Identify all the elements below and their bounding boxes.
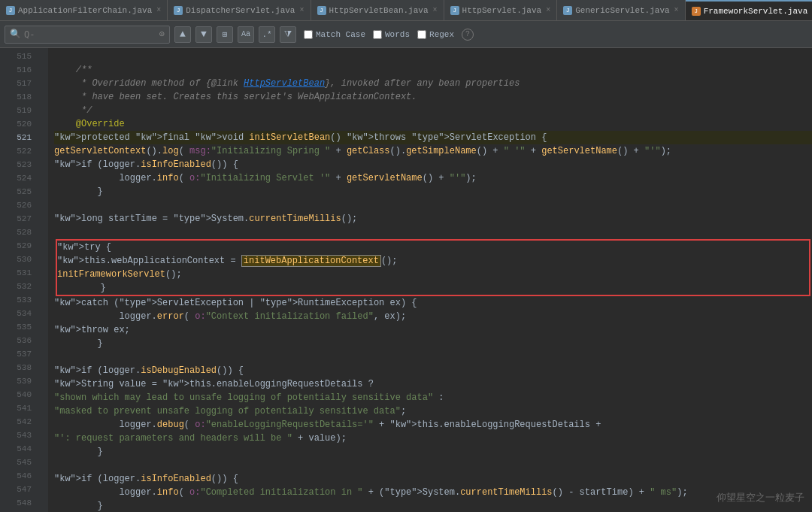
code-line — [54, 50, 812, 63]
java-file-icon: J — [6, 6, 15, 15]
code-line: "kw">String value = "kw">this.enableLogg… — [54, 377, 812, 391]
tab-bar: J ApplicationFilterChain.java × J Dispat… — [0, 0, 812, 21]
words-label: Words — [385, 30, 410, 39]
tab-label: FrameworkServlet.java — [704, 7, 808, 16]
tab-frameworkservlet[interactable]: J FrameworkServlet.java × — [686, 0, 812, 21]
tab-close-icon[interactable]: × — [674, 6, 679, 14]
code-line: } — [54, 445, 812, 459]
tab-httpservlet[interactable]: J HttpServlet.java × — [444, 0, 558, 21]
code-line: * have been set. Creates this servlet's … — [54, 90, 812, 104]
code-line: } — [54, 499, 812, 512]
highlighted-block: "kw">try { "kw">this.webApplicationConte… — [56, 239, 810, 296]
code-line: /** — [54, 63, 812, 77]
search-options: Match Case Words Regex ? — [304, 29, 474, 41]
match-case-option[interactable]: Match Case — [304, 30, 365, 39]
code-line: } — [57, 281, 809, 295]
prev-occurrence-button[interactable]: ▲ — [174, 26, 191, 43]
search-bar: 🔍 ⊙ ▲ ▼ ⊞ Aa .* ⧩ Match Case Words Regex… — [0, 21, 812, 48]
code-line: @Override — [54, 117, 812, 131]
gutter — [38, 48, 48, 512]
case-sensitive-button[interactable]: Aa — [238, 26, 254, 43]
match-case-checkbox[interactable] — [304, 30, 313, 39]
code-line: } — [54, 185, 812, 198]
clear-search-icon[interactable]: ⊙ — [159, 29, 165, 40]
code-line: "kw">if (logger.isInfoEnabled()) { — [54, 158, 812, 171]
tab-label: DispatcherServlet.java — [186, 6, 295, 15]
regex-option[interactable]: Regex — [417, 30, 454, 39]
regex-toggle-button[interactable]: .* — [259, 26, 275, 43]
code-line: getServletContext().log( msg: "Initializ… — [54, 144, 812, 158]
code-line: logger.info( o: "Initializing Servlet '"… — [54, 171, 812, 185]
code-line: "kw">this.webApplicationContext = initWe… — [57, 254, 809, 268]
code-line: "masked to prevent unsafe logging of pot… — [54, 404, 812, 418]
tab-genericservlet[interactable]: J GenericServlet.java × — [557, 0, 685, 21]
tab-label: HttpServletBean.java — [329, 6, 429, 15]
code-line: "kw">catch ("type">ServletException | "t… — [54, 296, 812, 310]
java-file-icon: J — [450, 6, 459, 15]
tab-label: ApplicationFilterChain.java — [18, 6, 152, 15]
search-input[interactable] — [24, 29, 156, 40]
code-line: "': request parameters and headers will … — [54, 432, 812, 445]
help-button[interactable]: ? — [462, 29, 474, 41]
search-icon: 🔍 — [10, 29, 21, 40]
code-line: initFrameworkServlet(); — [57, 268, 809, 281]
code-line: "kw">if (logger.isDebugEnabled()) { — [54, 364, 812, 377]
code-line: "kw">protected "kw">final "kw">void init… — [54, 131, 812, 144]
next-occurrence-button[interactable]: ▼ — [195, 26, 212, 43]
code-line: */ — [54, 104, 812, 117]
code-line: "kw">if (logger.isInfoEnabled()) { — [54, 472, 812, 486]
regex-label: Regex — [429, 30, 454, 39]
regex-checkbox[interactable] — [417, 30, 426, 39]
code-content[interactable]: /** * Overridden method of {@link HttpSe… — [48, 48, 812, 512]
code-line: logger.error( o: "Context initialization… — [54, 310, 812, 323]
code-area: 5155165175185195205215225235245255265275… — [0, 48, 812, 512]
tab-close-icon[interactable]: × — [546, 6, 550, 14]
code-line: "kw">long startTime = "type">System.curr… — [54, 212, 812, 226]
match-case-label: Match Case — [316, 30, 365, 39]
tab-httpservletbean[interactable]: J HttpServletBean.java × — [311, 0, 444, 21]
tab-applicationfilterchain[interactable]: J ApplicationFilterChain.java × — [0, 0, 168, 21]
code-line — [54, 226, 812, 239]
tab-close-icon[interactable]: × — [156, 6, 161, 14]
java-file-icon: J — [174, 6, 183, 15]
words-option[interactable]: Words — [373, 30, 410, 39]
line-numbers: 5155165175185195205215225235245255265275… — [0, 48, 38, 512]
words-checkbox[interactable] — [373, 30, 382, 39]
tab-close-icon[interactable]: × — [299, 6, 304, 14]
filter-button[interactable]: ⧩ — [280, 26, 296, 43]
java-file-icon: J — [563, 6, 572, 15]
tab-close-icon[interactable]: × — [433, 6, 438, 14]
code-line: logger.debug( o: "enableLoggingRequestDe… — [54, 418, 812, 432]
code-line — [54, 350, 812, 364]
tab-label: HttpServlet.java — [462, 6, 542, 15]
code-line: "kw">throw ex; — [54, 323, 812, 337]
java-file-icon: J — [692, 7, 701, 16]
code-line: } — [54, 337, 812, 350]
search-input-wrap[interactable]: 🔍 ⊙ — [5, 26, 170, 44]
code-line — [54, 198, 812, 212]
code-line — [54, 459, 812, 472]
watermark: 仰望星空之一粒麦子 — [717, 491, 804, 504]
tab-dispatcherservlet[interactable]: J DispatcherServlet.java × — [168, 0, 311, 21]
java-file-icon: J — [317, 6, 326, 15]
code-line: "kw">try { — [57, 241, 809, 254]
tab-label: GenericServlet.java — [575, 6, 669, 15]
code-line: * Overridden method of {@link HttpServle… — [54, 77, 812, 90]
find-word-button[interactable]: ⊞ — [217, 26, 233, 43]
code-line: logger.info( o: "Completed initializatio… — [54, 486, 812, 499]
code-line: "shown which may lead to unsafe logging … — [54, 391, 812, 404]
